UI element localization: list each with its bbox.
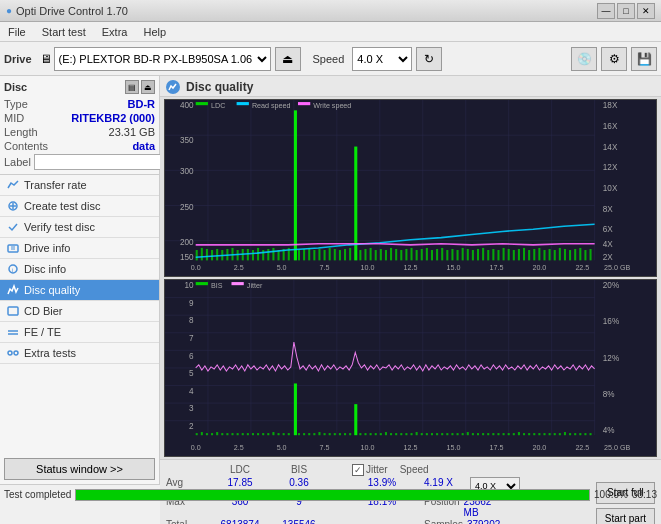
- sidebar-item-disc-info[interactable]: i Disc info: [0, 259, 159, 280]
- sidebar-item-cd-bier[interactable]: CD Bier: [0, 301, 159, 322]
- disc-type-value: BD-R: [128, 98, 156, 110]
- svg-text:8%: 8%: [603, 390, 615, 399]
- drive-select[interactable]: (E:) PLEXTOR BD-R PX-LB950SA 1.06: [54, 47, 271, 71]
- jitter-checkbox[interactable]: ✓: [352, 464, 364, 476]
- menu-help[interactable]: Help: [139, 25, 170, 39]
- sidebar-item-fe-te[interactable]: FE / TE: [0, 322, 159, 343]
- svg-rect-206: [375, 433, 377, 435]
- svg-rect-214: [416, 432, 418, 435]
- svg-rect-114: [559, 248, 561, 260]
- svg-rect-248: [590, 433, 592, 435]
- svg-rect-207: [380, 433, 382, 435]
- svg-rect-189: [278, 433, 280, 435]
- progress-time: 33:13: [632, 489, 657, 500]
- svg-rect-180: [242, 433, 244, 435]
- total-row: Total 6813874 135546 Samples 379202: [166, 519, 588, 524]
- disc-info-icon: i: [6, 262, 20, 276]
- svg-rect-60: [272, 248, 274, 260]
- content-area: Disc quality: [160, 76, 661, 484]
- svg-text:15.0: 15.0: [447, 443, 461, 452]
- svg-text:12.5: 12.5: [404, 263, 418, 272]
- close-button[interactable]: ✕: [637, 3, 655, 19]
- disc-icon-button[interactable]: 💿: [571, 47, 597, 71]
- svg-rect-71: [334, 249, 336, 260]
- svg-text:2: 2: [189, 422, 194, 431]
- disc-label-input[interactable]: [34, 154, 163, 170]
- svg-text:16X: 16X: [603, 122, 618, 131]
- drive-eject-button[interactable]: ⏏: [275, 47, 301, 71]
- start-part-button[interactable]: Start part: [596, 508, 655, 524]
- svg-text:0.0: 0.0: [191, 263, 201, 272]
- svg-rect-45: [206, 249, 208, 260]
- menu-extra[interactable]: Extra: [98, 25, 132, 39]
- speed-label: Speed: [313, 53, 345, 65]
- refresh-button[interactable]: ↻: [416, 47, 442, 71]
- disc-length-row: Length 23.31 GB: [4, 126, 155, 138]
- svg-rect-239: [543, 433, 545, 435]
- svg-text:3: 3: [189, 404, 194, 413]
- sidebar-item-verify-test-disc[interactable]: Verify test disc: [0, 217, 159, 238]
- svg-text:20.0: 20.0: [532, 443, 546, 452]
- svg-rect-185: [257, 433, 259, 435]
- svg-text:BIS: BIS: [211, 281, 223, 290]
- svg-rect-237: [533, 433, 535, 435]
- disc-panel: Disc ▤ ⏏ Type BD-R MID RITEKBR2 (000) Le…: [0, 76, 159, 175]
- svg-rect-193: [303, 433, 305, 435]
- disc-type-row: Type BD-R: [4, 98, 155, 110]
- svg-text:12.5: 12.5: [404, 443, 418, 452]
- menu-file[interactable]: File: [4, 25, 30, 39]
- transfer-rate-icon: [6, 178, 20, 192]
- top-chart-svg: 400 350 300 250 200 150 18X 16X 14X 12X …: [165, 100, 656, 276]
- svg-rect-90: [436, 249, 438, 260]
- sidebar-item-disc-quality[interactable]: Disc quality: [0, 280, 159, 301]
- maximize-button[interactable]: □: [617, 3, 635, 19]
- svg-text:4: 4: [189, 387, 194, 396]
- svg-rect-190: [283, 433, 285, 435]
- svg-rect-187: [267, 433, 269, 435]
- svg-text:8X: 8X: [603, 205, 614, 214]
- svg-rect-208: [385, 432, 387, 435]
- svg-rect-232: [508, 433, 510, 435]
- svg-rect-103: [503, 248, 505, 260]
- svg-rect-186: [262, 433, 264, 435]
- sidebar-item-transfer-rate[interactable]: Transfer rate: [0, 175, 159, 196]
- save-button[interactable]: 💾: [631, 47, 657, 71]
- svg-text:250: 250: [180, 203, 194, 212]
- sidebar-item-drive-info[interactable]: Drive info: [0, 238, 159, 259]
- svg-rect-176: [221, 433, 223, 435]
- sidebar-item-create-test-disc[interactable]: Create test disc: [0, 196, 159, 217]
- svg-rect-58: [262, 250, 264, 260]
- sidebar-item-label-cd-bier: CD Bier: [24, 305, 63, 317]
- speed-header: Speed: [400, 464, 440, 476]
- svg-rect-112: [549, 249, 551, 260]
- titlebar-controls: — □ ✕: [597, 3, 655, 19]
- svg-rect-221: [451, 433, 453, 435]
- settings-button[interactable]: ⚙: [601, 47, 627, 71]
- menu-start-test[interactable]: Start test: [38, 25, 90, 39]
- svg-rect-211: [400, 433, 402, 435]
- bis-header: BIS: [274, 464, 324, 476]
- svg-text:7: 7: [189, 334, 194, 343]
- svg-rect-240: [549, 433, 551, 435]
- disc-small-btn2[interactable]: ⏏: [141, 80, 155, 94]
- svg-rect-66: [308, 248, 310, 260]
- svg-text:Write speed: Write speed: [313, 101, 351, 110]
- svg-rect-69: [324, 250, 326, 260]
- svg-text:25.0 GB: 25.0 GB: [604, 263, 630, 272]
- svg-rect-241: [554, 433, 556, 435]
- disc-small-btn1[interactable]: ▤: [125, 80, 139, 94]
- sidebar-item-extra-tests[interactable]: Extra tests: [0, 343, 159, 364]
- toolbar: Drive 🖥 (E:) PLEXTOR BD-R PX-LB950SA 1.0…: [0, 42, 661, 76]
- svg-rect-178: [231, 433, 233, 435]
- svg-rect-82: [395, 249, 397, 260]
- svg-text:7.5: 7.5: [320, 443, 330, 452]
- svg-rect-200: [339, 433, 341, 435]
- svg-rect-236: [528, 433, 530, 435]
- sidebar-item-label-transfer-rate: Transfer rate: [24, 179, 87, 191]
- svg-rect-244: [569, 433, 571, 435]
- minimize-button[interactable]: —: [597, 3, 615, 19]
- svg-rect-192: [298, 433, 300, 435]
- status-window-button[interactable]: Status window >>: [4, 458, 155, 480]
- speed-select[interactable]: 4.0 X 1.0 X 2.0 X 8.0 X: [352, 47, 412, 71]
- svg-rect-64: [298, 250, 300, 260]
